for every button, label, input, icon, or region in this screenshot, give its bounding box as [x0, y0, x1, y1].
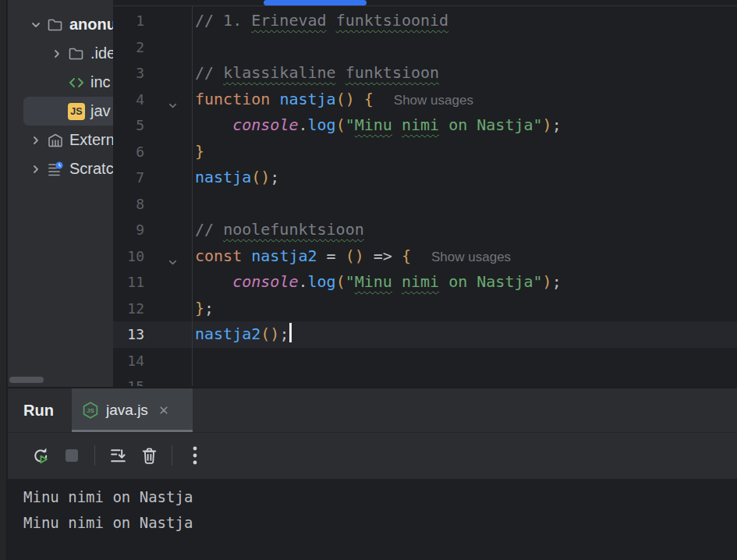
code-token: log [308, 272, 336, 291]
toolbar-separator [172, 445, 172, 466]
code-token: ) [543, 272, 552, 291]
gutter-fold-area [144, 217, 192, 243]
code-text[interactable]: nastja2(); [192, 321, 737, 348]
line-number[interactable]: 9 [113, 217, 144, 243]
chevron-right-icon[interactable] [30, 163, 42, 175]
project-tree-panel[interactable]: anonu.ideincJSjavExternScratc [8, 0, 113, 387]
clear-all-button[interactable] [133, 440, 165, 471]
code-token: ; [552, 115, 562, 134]
line-number[interactable]: 2 [113, 34, 144, 61]
line-number[interactable]: 12 [113, 296, 144, 322]
gutter-separator [192, 6, 193, 386]
line-number[interactable]: 15 [113, 374, 144, 386]
sidebar-item-anonu[interactable]: anonu [8, 10, 113, 39]
gutter-fold-area [144, 139, 192, 165]
code-text[interactable] [192, 374, 737, 386]
line-number[interactable]: 5 [113, 112, 144, 139]
code-token: klassikaline [223, 63, 336, 82]
code-text[interactable]: }; [192, 296, 737, 322]
chevron-down-icon[interactable] [30, 19, 42, 31]
line-number[interactable]: 4 [113, 87, 144, 113]
code-text[interactable]: console.log("Minu nimi on Nastja"); [192, 112, 737, 139]
line-number[interactable]: 7 [113, 165, 144, 191]
code-line-12[interactable]: 12}; [113, 296, 737, 322]
code-line-11[interactable]: 11 console.log("Minu nimi on Nastja"); [113, 269, 737, 296]
stop-button[interactable] [56, 440, 87, 471]
gutter-fold-area [144, 243, 192, 270]
code-line-15[interactable]: 15 [113, 374, 737, 386]
code-line-9[interactable]: 9// noolefunktsioon [113, 217, 737, 243]
rerun-button[interactable] [25, 440, 56, 471]
line-number[interactable]: 8 [113, 191, 144, 218]
code-line-6[interactable]: 6} [113, 139, 737, 165]
chevron-right-icon[interactable] [51, 48, 63, 60]
gutter-fold-area [144, 165, 192, 191]
sidebar-item-inc[interactable]: inc [8, 68, 113, 97]
code-text[interactable]: // 1. Erinevad funktsioonid [192, 8, 737, 34]
inlay-hint: Show usages [431, 250, 511, 264]
code-token: = [317, 246, 345, 265]
sidebar-item-scratc[interactable]: Scratc [8, 154, 113, 183]
editor-body[interactable]: 1// 1. Erinevad funktsioonid23// klassik… [113, 6, 737, 386]
code-line-3[interactable]: 3// klassikaline funktsioon [113, 60, 737, 87]
close-icon[interactable] [158, 404, 170, 416]
line-number[interactable]: 3 [113, 60, 144, 87]
code-token: => [374, 246, 392, 265]
code-token: ; [552, 272, 562, 291]
sidebar-item-label: anonu [69, 16, 113, 34]
code-token: console [232, 272, 298, 291]
code-token: . [298, 272, 307, 291]
code-text[interactable] [192, 34, 737, 61]
sidebar-item-extern[interactable]: Extern [8, 126, 113, 154]
more-options-button[interactable] [179, 440, 211, 471]
code-token: () [260, 324, 279, 343]
run-tool-window-header: Run JS java.js [8, 388, 737, 432]
gutter-fold-area [144, 296, 192, 322]
line-number[interactable]: 6 [113, 139, 144, 165]
code-token: " [345, 115, 355, 134]
code-line-5[interactable]: 5 console.log("Minu nimi on Nastja"); [113, 112, 737, 139]
sidebar-item-ide[interactable]: .ide [8, 39, 113, 68]
scroll-to-end-button[interactable] [102, 440, 133, 471]
code-text[interactable]: function nastja() {Show usages [192, 87, 737, 113]
console-output[interactable]: Minu nimi on NastjaMinu nimi on Nastja [8, 479, 737, 560]
code-token: Erinevad [251, 11, 326, 30]
code-text[interactable]: console.log("Minu nimi on Nastja"); [192, 269, 737, 296]
code-token: log [308, 115, 336, 134]
text-caret [289, 323, 292, 342]
code-text[interactable] [192, 348, 737, 374]
code-text[interactable]: // klassikaline funktsioon [192, 60, 737, 87]
code-text[interactable]: const nastja2 = () => {Show usages [192, 243, 737, 270]
gutter-fold-area [144, 34, 192, 61]
code-text[interactable]: // noolefunktsioon [192, 217, 737, 243]
code-text[interactable] [192, 191, 737, 218]
run-tab-javajs[interactable]: JS java.js [72, 388, 193, 432]
line-number[interactable]: 11 [113, 269, 144, 296]
chevron-right-icon[interactable] [30, 134, 42, 147]
code-line-2[interactable]: 2 [113, 34, 737, 61]
code-token: // 1. [195, 11, 251, 30]
project-tree-horizontal-scrollbar[interactable] [9, 377, 44, 383]
sidebar-item-jav[interactable]: JSjav [23, 97, 113, 126]
editor-area[interactable]: 1// 1. Erinevad funktsioonid23// klassik… [113, 0, 737, 387]
code-text[interactable]: } [192, 139, 737, 165]
code-line-7[interactable]: 7nastja(); [113, 165, 737, 191]
code-token: ( [336, 115, 345, 134]
code-line-1[interactable]: 1// 1. Erinevad funktsioonid [113, 8, 737, 34]
line-number[interactable]: 14 [113, 348, 144, 374]
code-line-14[interactable]: 14 [113, 348, 737, 374]
code-text[interactable]: nastja(); [192, 165, 737, 191]
code-line-10[interactable]: 10const nastja2 = () => {Show usages [113, 243, 737, 270]
sidebar-item-label: inc [90, 73, 111, 91]
folder-icon [68, 45, 85, 62]
code-token: Minu [355, 272, 392, 291]
line-number[interactable]: 1 [113, 8, 144, 34]
code-token: . [298, 115, 307, 134]
line-number[interactable]: 10 [113, 243, 144, 270]
sidebar-item-label: jav [90, 102, 111, 120]
code-token [392, 246, 402, 265]
code-line-4[interactable]: 4function nastja() {Show usages [113, 87, 737, 113]
code-line-8[interactable]: 8 [113, 191, 737, 218]
line-number[interactable]: 13 [113, 321, 144, 348]
code-line-13[interactable]: 13nastja2(); [113, 321, 737, 348]
